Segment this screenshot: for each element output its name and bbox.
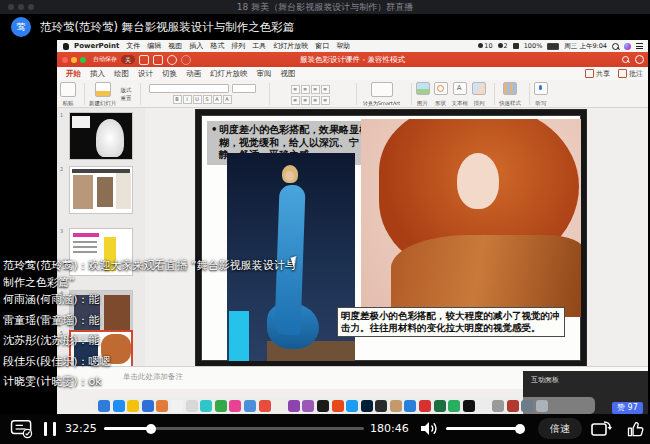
dictate-button[interactable]: 听写 — [534, 82, 548, 106]
dock-app-icon[interactable] — [375, 400, 387, 412]
dock-app-icon[interactable] — [302, 400, 314, 412]
dock-app-icon[interactable] — [244, 400, 256, 412]
spacing-button[interactable]: ≡ — [321, 85, 330, 94]
progress-bar[interactable] — [104, 427, 364, 430]
volume-icon[interactable] — [420, 420, 438, 437]
tab-slideshow[interactable]: 幻灯片放映 — [210, 69, 248, 79]
bold-button[interactable]: B — [173, 95, 182, 104]
ppt-zoom-button[interactable] — [80, 57, 86, 63]
columns-button[interactable]: ≡ — [321, 96, 330, 105]
slide-thumbnail-2[interactable] — [69, 166, 133, 214]
reset-button[interactable]: 重置 — [121, 95, 132, 101]
current-slide-canvas[interactable]: 明度差小的色彩搭配，效果略显模糊，视觉缓和，给人以深沉、宁静，舒适、平稳之感。 … — [196, 110, 586, 366]
dock-app-icon[interactable] — [404, 400, 416, 412]
dock-app-icon[interactable] — [156, 400, 168, 412]
align-left-button[interactable]: ≡ — [291, 96, 300, 105]
strikethrough-button[interactable]: S — [203, 95, 212, 104]
menu-arrange[interactable]: 排列 — [231, 41, 245, 51]
dock-app-icon[interactable] — [142, 400, 154, 412]
volume-bar[interactable] — [446, 427, 520, 430]
siri-icon[interactable] — [624, 43, 631, 50]
layout-button[interactable]: 版式 — [121, 87, 132, 93]
ppt-minimize-button[interactable] — [71, 57, 77, 63]
dock-app-icon[interactable] — [507, 400, 519, 412]
font-size-select[interactable] — [232, 84, 256, 93]
font-name-select[interactable] — [149, 84, 229, 93]
arrange-button[interactable]: 排列 — [472, 82, 486, 106]
dock-app-icon[interactable] — [288, 400, 300, 412]
dock-app-icon[interactable] — [521, 400, 533, 412]
dock-app-icon[interactable] — [477, 400, 489, 412]
tab-design[interactable]: 设计 — [138, 69, 153, 79]
menu-window[interactable]: 窗口 — [315, 41, 329, 51]
dock-app-icon[interactable] — [332, 400, 344, 412]
textbox-button[interactable]: 文本框 — [452, 82, 469, 106]
ppt-search-icon[interactable] — [622, 56, 629, 63]
tab-home[interactable]: 开始 — [66, 69, 81, 79]
dock-app-icon[interactable] — [186, 400, 198, 412]
autosave-toggle[interactable]: 关 — [121, 55, 135, 64]
dock-app-icon[interactable] — [259, 400, 271, 412]
align-right-button[interactable]: ≡ — [311, 96, 320, 105]
notification-bell-count[interactable]: 10 — [478, 42, 492, 50]
volume-knob[interactable] — [515, 424, 525, 434]
menu-tools[interactable]: 工具 — [252, 41, 266, 51]
menu-view[interactable]: 视图 — [168, 41, 182, 51]
dock-app-icon[interactable] — [492, 400, 504, 412]
menu-insert[interactable]: 插入 — [189, 41, 203, 51]
text-shadow-button[interactable]: A — [213, 95, 222, 104]
dock-app-icon[interactable] — [463, 400, 475, 412]
underline-button[interactable]: U — [193, 95, 202, 104]
feedback-smiley-icon[interactable] — [635, 55, 644, 64]
tab-review[interactable]: 审阅 — [257, 69, 272, 79]
progress-knob[interactable] — [146, 424, 156, 434]
bullets-button[interactable]: ≡ — [291, 85, 300, 94]
tab-animations[interactable]: 动画 — [186, 69, 201, 79]
dock-app-icon[interactable] — [361, 400, 373, 412]
dock-app-icon[interactable] — [229, 400, 241, 412]
share-button[interactable]: 共享 — [596, 69, 610, 79]
menubar-clock[interactable]: 周三 上午9:04 — [564, 42, 607, 51]
slide-thumbnail-1[interactable] — [69, 112, 133, 160]
dock-app-icon[interactable] — [434, 400, 446, 412]
playback-speed-button[interactable]: 倍速 — [538, 418, 582, 439]
indent-button[interactable]: ≡ — [311, 85, 320, 94]
mention-count[interactable]: 2 — [498, 42, 508, 50]
tab-insert[interactable]: 插入 — [90, 69, 105, 79]
control-center-icon[interactable] — [636, 43, 643, 49]
dock-app-icon[interactable] — [346, 400, 358, 412]
new-slide-button[interactable]: 新建幻灯片 — [89, 82, 117, 106]
smartart-button[interactable]: 转换为SmartArt — [361, 82, 403, 106]
align-center-button[interactable]: ≡ — [301, 96, 310, 105]
tab-draw[interactable]: 绘图 — [114, 69, 129, 79]
numbering-button[interactable]: ≡ — [301, 85, 310, 94]
menu-file[interactable]: 文件 — [126, 41, 140, 51]
status-app-icon[interactable] — [513, 43, 519, 49]
apple-menu-icon[interactable] — [63, 43, 69, 50]
dock-app-icon[interactable] — [448, 400, 460, 412]
quick-styles-button[interactable]: 快速样式 — [499, 82, 521, 106]
menu-format[interactable]: 格式 — [210, 41, 224, 51]
tab-view[interactable]: 视图 — [281, 69, 296, 79]
dock-app-icon[interactable] — [127, 400, 139, 412]
comments-button[interactable]: 批注 — [629, 69, 643, 79]
dock-app-icon[interactable] — [215, 400, 227, 412]
ppt-close-button[interactable] — [62, 57, 68, 63]
danmaku-toggle-icon[interactable] — [10, 419, 34, 439]
rotate-screen-icon[interactable] — [590, 419, 612, 439]
dock-app-icon[interactable] — [200, 400, 212, 412]
dock-app-icon[interactable] — [273, 400, 285, 412]
dock-app-icon[interactable] — [317, 400, 329, 412]
redo-icon[interactable] — [181, 55, 191, 65]
shape-button[interactable]: 形状 — [434, 82, 448, 106]
paste-button[interactable]: 粘贴 — [60, 82, 76, 106]
undo-icon[interactable] — [167, 55, 177, 65]
menu-app-name[interactable]: PowerPoint — [74, 42, 119, 50]
pause-button[interactable] — [44, 422, 56, 436]
menu-slideshow[interactable]: 幻灯片放映 — [273, 41, 308, 51]
dock-app-icon[interactable] — [390, 400, 402, 412]
like-thumbs-up-icon[interactable] — [626, 419, 646, 439]
save-icon[interactable] — [153, 55, 163, 65]
menu-help[interactable]: 帮助 — [336, 41, 350, 51]
dock-app-icon[interactable] — [419, 400, 431, 412]
